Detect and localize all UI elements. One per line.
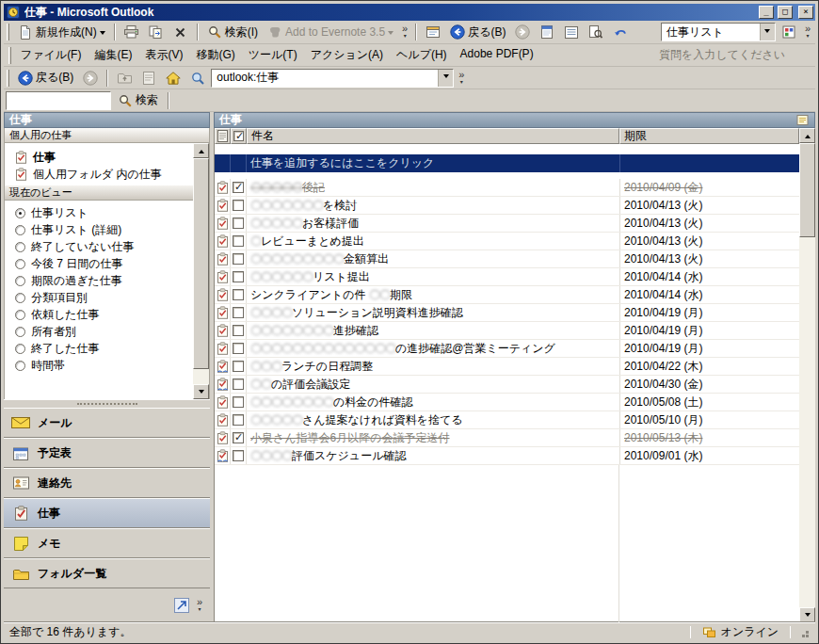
scroll-thumb[interactable] xyxy=(799,143,815,237)
view-option[interactable]: 仕事リスト (詳細) xyxy=(5,221,193,238)
complete-checkbox[interactable] xyxy=(233,307,244,318)
view-option[interactable]: 依頼した仕事 xyxy=(5,306,193,323)
nav-button[interactable]: 仕事 xyxy=(4,498,210,528)
complete-column-header[interactable] xyxy=(231,128,247,144)
complete-checkbox-cell[interactable] xyxy=(231,429,247,446)
new-item-button[interactable]: 新規作成(N) xyxy=(14,23,109,42)
scroll-up-button[interactable] xyxy=(193,143,209,158)
maximize-button[interactable]: □ xyxy=(778,6,793,19)
radio-icon[interactable] xyxy=(15,310,25,320)
complete-checkbox[interactable] xyxy=(233,289,244,300)
complete-checkbox-cell[interactable] xyxy=(231,250,247,267)
nav-button[interactable]: メール xyxy=(4,408,210,438)
complete-checkbox-cell[interactable] xyxy=(231,304,247,321)
back-button[interactable]: 戻る(B) xyxy=(446,23,509,42)
toolbar-overflow-chevron[interactable] xyxy=(802,24,813,40)
task-row[interactable]: 小泉さん指導会6月以降の会議予定送付2010/05/13 (木) xyxy=(215,429,799,447)
address-dropdown-button[interactable] xyxy=(438,70,453,87)
radio-icon[interactable] xyxy=(15,293,25,303)
task-row[interactable]: 〇〇〇〇〇お客様評価2010/04/13 (火) xyxy=(215,215,799,233)
sidebar-folder-item[interactable]: 個人用フォルダ 内の仕事 xyxy=(5,166,193,183)
task-row[interactable]: シンクライアントの件 〇〇期限2010/04/14 (水) xyxy=(215,286,799,304)
nav-button[interactable]: フォルダ一覧 xyxy=(4,558,210,588)
complete-checkbox[interactable] xyxy=(233,253,244,265)
up-folder-button[interactable] xyxy=(113,68,136,88)
task-row[interactable]: 〇〇〇〇ソリューション説明資料進捗確認2010/04/19 (月) xyxy=(215,304,799,322)
view-option[interactable]: 分類項目別 xyxy=(5,289,193,306)
view-option[interactable]: 時間帯 xyxy=(5,357,193,374)
task-row[interactable]: 〇〇〇〇〇〇〇を検討2010/04/13 (火) xyxy=(215,197,799,215)
complete-checkbox[interactable] xyxy=(233,432,244,443)
task-row[interactable]: 〇〇〇〇〇〇〇〇進捗確認2010/04/19 (月) xyxy=(215,322,799,340)
menu-item[interactable]: 移動(G) xyxy=(189,44,241,66)
search-button[interactable]: 検索 xyxy=(113,90,163,110)
complete-checkbox[interactable] xyxy=(233,343,244,354)
customize-view-icon[interactable] xyxy=(795,113,810,128)
nav-button[interactable]: メモ xyxy=(4,528,210,558)
current-view-combo[interactable]: 仕事リスト xyxy=(661,23,776,41)
scroll-thumb[interactable] xyxy=(193,158,209,369)
home-button[interactable] xyxy=(162,68,185,88)
configure-buttons-chevron[interactable] xyxy=(194,597,205,614)
complete-checkbox-cell[interactable] xyxy=(231,179,247,196)
task-row[interactable]: 〇〇〇〇〇〇〇〇〇〇〇〇〇〇の進捗確認@営業ミーティング2010/04/19 (… xyxy=(215,340,799,358)
complete-checkbox-cell[interactable] xyxy=(231,447,247,464)
task-row[interactable]: 〇〇〇〇〇さん提案なければ資料を捨てる2010/05/10 (月) xyxy=(215,411,799,429)
add-task-row[interactable]: 仕事を追加するにはここをクリック xyxy=(215,154,799,172)
menu-item[interactable]: ファイル(F) xyxy=(14,44,88,66)
complete-checkbox[interactable] xyxy=(233,450,244,461)
task-row[interactable]: 〇〇〇〇〇後記2010/04/09 (金) xyxy=(215,179,799,197)
toolbar-overflow-chevron[interactable] xyxy=(456,70,467,87)
complete-checkbox[interactable] xyxy=(233,217,244,229)
complete-checkbox-cell[interactable] xyxy=(231,197,247,214)
task-row[interactable]: 〇レビューまとめ提出2010/04/13 (火) xyxy=(215,233,799,250)
radio-icon[interactable] xyxy=(15,344,25,354)
organize-button[interactable] xyxy=(778,23,800,42)
radio-icon[interactable] xyxy=(15,208,25,218)
complete-checkbox[interactable] xyxy=(233,396,244,408)
complete-checkbox[interactable] xyxy=(233,361,244,372)
complete-checkbox[interactable] xyxy=(233,182,244,193)
complete-checkbox-cell[interactable] xyxy=(231,268,247,285)
task-list-scrollbar[interactable] xyxy=(799,128,815,622)
web-back-button[interactable]: 戻る(B) xyxy=(14,68,77,88)
menubar-drag-handle[interactable] xyxy=(8,47,11,64)
evernote-button[interactable]: Add to Evernote 3.5 xyxy=(264,23,397,42)
view-option[interactable]: 仕事リスト xyxy=(5,204,193,221)
view-option[interactable]: 期限の過ぎた仕事 xyxy=(5,272,193,289)
radio-icon[interactable] xyxy=(15,276,25,286)
online-status[interactable]: オンライン xyxy=(697,624,784,640)
complete-checkbox-cell[interactable] xyxy=(231,411,247,428)
toolbar-drag-handle[interactable] xyxy=(7,24,9,40)
stop-button[interactable] xyxy=(137,68,160,88)
new-item-dropdown-arrow[interactable] xyxy=(100,31,105,38)
menu-item[interactable]: ツール(T) xyxy=(242,44,304,66)
current-view-dropdown-button[interactable] xyxy=(760,24,775,40)
show-more-buttons-button[interactable] xyxy=(172,596,191,615)
find-button[interactable]: 検索(I) xyxy=(203,23,262,42)
icon-column-header[interactable] xyxy=(215,128,231,144)
view-option[interactable]: 終了した仕事 xyxy=(5,340,193,357)
complete-checkbox-cell[interactable] xyxy=(231,394,247,411)
task-row[interactable]: 〇〇〇〇〇〇リスト提出2010/04/14 (水) xyxy=(215,268,799,286)
forward-button[interactable] xyxy=(511,23,534,42)
complete-checkbox-cell[interactable] xyxy=(231,322,247,339)
complete-checkbox-cell[interactable] xyxy=(231,233,247,250)
scroll-track[interactable] xyxy=(193,158,209,384)
view-option[interactable]: 所有者別 xyxy=(5,323,193,340)
complete-checkbox[interactable] xyxy=(233,378,244,390)
task-row[interactable]: 〇〇〇〇評価スケジュール確認2010/09/01 (水) xyxy=(215,447,799,465)
search-input[interactable] xyxy=(6,91,111,110)
menu-item[interactable]: ヘルプ(H) xyxy=(390,44,454,66)
complete-checkbox[interactable] xyxy=(233,271,244,282)
scroll-track[interactable] xyxy=(799,143,815,607)
view-list-button[interactable] xyxy=(560,23,583,42)
task-row[interactable]: 〇〇の評価会議設定2010/04/30 (金) xyxy=(215,376,799,394)
resize-grip[interactable] xyxy=(796,625,810,638)
toolbar-overflow-chevron[interactable] xyxy=(399,24,410,40)
radio-icon[interactable] xyxy=(15,327,25,337)
web-search-button[interactable] xyxy=(186,68,209,88)
close-button[interactable]: × xyxy=(798,6,813,19)
ask-question-box[interactable]: 質問を入力してください xyxy=(659,47,811,63)
task-row[interactable]: 〇〇〇ランチの日程調整2010/04/22 (木) xyxy=(215,358,799,376)
